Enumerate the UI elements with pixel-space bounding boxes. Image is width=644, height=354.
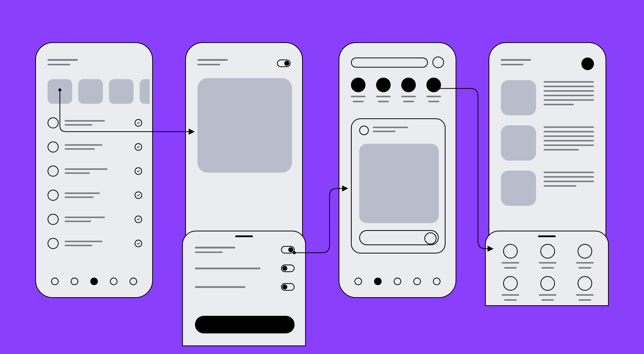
post-card <box>351 118 446 254</box>
thumbnail-placeholder <box>501 171 536 206</box>
option-toggle[interactable] <box>281 265 295 272</box>
nav-dot-active[interactable] <box>374 278 382 285</box>
feed-item[interactable] <box>501 171 595 206</box>
nav-dot[interactable] <box>71 278 78 285</box>
image-placeholder <box>197 78 292 173</box>
grid-option[interactable] <box>502 244 519 269</box>
sheet-option-row <box>195 246 295 254</box>
option-toggle[interactable] <box>281 246 295 254</box>
row-avatar-icon <box>48 214 59 225</box>
row-avatar-icon <box>48 190 59 201</box>
wireframe-flow-canvas <box>0 0 644 354</box>
chip-1[interactable] <box>48 79 72 104</box>
sheet-option-row <box>195 283 295 291</box>
list-row[interactable] <box>48 190 142 201</box>
nav-dot[interactable] <box>413 278 421 285</box>
category-chips <box>48 79 150 104</box>
feed-item[interactable] <box>501 80 595 115</box>
stories-row <box>351 78 441 102</box>
profile-avatar-icon[interactable] <box>432 57 444 68</box>
row-avatar-icon <box>48 117 59 128</box>
check-icon[interactable] <box>135 119 142 127</box>
profile-avatar-icon[interactable] <box>581 58 594 70</box>
option-grid <box>497 244 598 301</box>
page-indicator <box>36 278 152 285</box>
grid-option[interactable] <box>502 276 519 301</box>
grid-option[interactable] <box>576 276 594 301</box>
screen-1-header <box>48 59 78 65</box>
grid-option[interactable] <box>539 244 556 269</box>
chip-3[interactable] <box>109 79 134 104</box>
row-avatar-icon <box>48 166 59 177</box>
sheet-option-row <box>195 265 295 272</box>
screen-4-bottom-sheet <box>485 231 609 306</box>
post-image-placeholder <box>359 144 439 223</box>
screen-3 <box>339 42 456 298</box>
checklist <box>48 117 142 249</box>
search-input[interactable] <box>351 58 428 68</box>
nav-dot[interactable] <box>110 278 117 285</box>
option-toggle[interactable] <box>281 283 295 291</box>
nav-dot[interactable] <box>394 278 401 285</box>
page-indicator <box>339 278 456 285</box>
sheet-grabber-icon[interactable] <box>538 235 556 237</box>
list-row[interactable] <box>48 117 142 128</box>
check-icon[interactable] <box>135 191 142 199</box>
grid-option[interactable] <box>576 244 594 269</box>
sheet-grabber-icon[interactable] <box>235 235 253 237</box>
thumbnail-placeholder <box>501 125 536 161</box>
feed-list <box>501 80 595 206</box>
nav-dot[interactable] <box>51 278 59 285</box>
feed-item[interactable] <box>501 125 595 161</box>
screen-1 <box>35 42 153 298</box>
comment-input[interactable] <box>359 230 439 245</box>
screen-2-header <box>197 59 228 65</box>
check-icon[interactable] <box>135 167 142 175</box>
nav-dot[interactable] <box>433 278 440 285</box>
list-row[interactable] <box>48 214 142 225</box>
chip-4[interactable] <box>140 79 150 104</box>
grid-option[interactable] <box>539 276 556 301</box>
row-avatar-icon <box>48 141 59 153</box>
list-row[interactable] <box>48 166 142 177</box>
check-icon[interactable] <box>135 216 142 223</box>
header-toggle[interactable] <box>277 60 291 67</box>
thumbnail-placeholder <box>501 80 536 115</box>
story-item[interactable] <box>351 78 366 102</box>
list-row[interactable] <box>48 238 142 249</box>
row-avatar-icon <box>48 238 59 249</box>
primary-button[interactable] <box>195 316 295 333</box>
nav-dot[interactable] <box>130 278 137 285</box>
check-icon[interactable] <box>135 143 142 151</box>
nav-dot-active[interactable] <box>90 278 98 285</box>
screen-2-bottom-sheet <box>182 231 306 346</box>
list-row[interactable] <box>48 141 142 153</box>
check-icon[interactable] <box>135 240 142 247</box>
story-item[interactable] <box>376 78 391 102</box>
screen-4-header <box>501 59 531 65</box>
story-item[interactable] <box>426 78 441 102</box>
story-item[interactable] <box>401 78 416 102</box>
chip-2[interactable] <box>78 79 103 104</box>
post-author-avatar-icon[interactable] <box>359 126 369 135</box>
nav-dot[interactable] <box>354 278 362 285</box>
